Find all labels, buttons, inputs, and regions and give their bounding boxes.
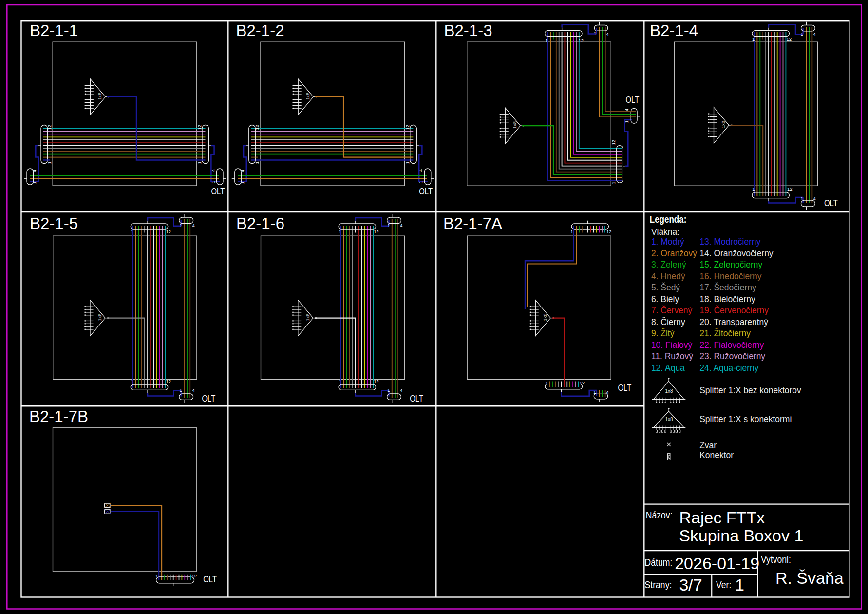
svg-text:4: 4 bbox=[400, 387, 402, 393]
svg-text:22. Fialovočierny: 22. Fialovočierny bbox=[699, 340, 764, 349]
svg-text:3/7: 3/7 bbox=[679, 576, 702, 594]
svg-text:4: 4 bbox=[400, 223, 402, 228]
svg-text:Splitter 1:X bez konektorov: Splitter 1:X bez konektorov bbox=[699, 385, 801, 395]
svg-text:1. Modrý: 1. Modrý bbox=[651, 237, 684, 247]
svg-text:Zvar: Zvar bbox=[699, 440, 717, 450]
svg-text:9. Žltý: 9. Žltý bbox=[651, 328, 675, 338]
svg-text:Vytvoril:: Vytvoril: bbox=[761, 554, 791, 565]
svg-text:2026-01-19: 2026-01-19 bbox=[675, 554, 759, 573]
svg-text:OLT: OLT bbox=[626, 95, 640, 104]
svg-text:1: 1 bbox=[611, 182, 616, 184]
svg-text:19. Červenočierny: 19. Červenočierny bbox=[699, 305, 769, 315]
svg-text:12: 12 bbox=[787, 186, 793, 192]
svg-text:B2-1-7B: B2-1-7B bbox=[29, 407, 88, 425]
svg-text:12: 12 bbox=[405, 125, 410, 130]
svg-text:23. Ružovočierny: 23. Ružovočierny bbox=[699, 351, 765, 361]
svg-text:OLT: OLT bbox=[203, 575, 217, 584]
svg-text:1: 1 bbox=[131, 229, 133, 234]
svg-text:1: 1 bbox=[735, 576, 744, 594]
svg-text:4: 4 bbox=[813, 31, 816, 37]
svg-text:Skupina Boxov 1: Skupina Boxov 1 bbox=[679, 526, 803, 545]
svg-text:4: 4 bbox=[240, 170, 245, 172]
svg-text:1: 1 bbox=[624, 120, 629, 123]
svg-text:12: 12 bbox=[374, 229, 379, 234]
svg-text:B2-1-7A: B2-1-7A bbox=[443, 214, 502, 232]
svg-text:12: 12 bbox=[166, 379, 171, 384]
svg-text:12: 12 bbox=[166, 229, 171, 234]
svg-text:4: 4 bbox=[192, 223, 195, 228]
svg-text:1: 1 bbox=[801, 196, 803, 201]
svg-text:B2-1-4: B2-1-4 bbox=[650, 21, 698, 39]
svg-text:4: 4 bbox=[606, 31, 609, 37]
svg-text:1x8: 1x8 bbox=[665, 417, 674, 422]
svg-text:1: 1 bbox=[405, 161, 410, 164]
svg-text:4: 4 bbox=[813, 196, 816, 201]
svg-text:21. Žltočierny: 21. Žltočierny bbox=[699, 328, 751, 338]
svg-text:12: 12 bbox=[374, 379, 379, 384]
svg-text:1: 1 bbox=[180, 223, 182, 228]
svg-text:1: 1 bbox=[570, 229, 573, 234]
svg-text:1x8: 1x8 bbox=[97, 313, 102, 321]
svg-text:10. Fialový: 10. Fialový bbox=[651, 340, 693, 349]
svg-text:1: 1 bbox=[339, 229, 341, 234]
svg-text:R. Švaňa: R. Švaňa bbox=[775, 569, 844, 587]
svg-text:16. Hnedočierny: 16. Hnedočierny bbox=[699, 271, 761, 281]
svg-text:1x8: 1x8 bbox=[665, 388, 674, 394]
svg-text:20. Transparentný: 20. Transparentný bbox=[699, 317, 768, 326]
svg-text:4: 4 bbox=[624, 109, 629, 111]
svg-text:4: 4 bbox=[32, 170, 37, 172]
svg-text:Rajec FTTx: Rajec FTTx bbox=[679, 508, 765, 527]
svg-text:12: 12 bbox=[47, 125, 52, 130]
svg-text:1: 1 bbox=[752, 37, 755, 42]
svg-text:4: 4 bbox=[606, 389, 609, 395]
svg-text:Splitter 1:X s konektormi: Splitter 1:X s konektormi bbox=[699, 414, 792, 423]
svg-text:1x8: 1x8 bbox=[305, 93, 310, 100]
svg-text:12. Aqua: 12. Aqua bbox=[651, 363, 685, 372]
svg-text:12: 12 bbox=[787, 37, 792, 42]
svg-text:1x8: 1x8 bbox=[305, 313, 310, 321]
svg-text:5. Šedý: 5. Šedý bbox=[651, 282, 680, 292]
svg-text:B2-1-3: B2-1-3 bbox=[444, 21, 492, 39]
svg-text:2. Oranžový: 2. Oranžový bbox=[651, 248, 697, 258]
svg-text:15. Zelenočierny: 15. Zelenočierny bbox=[699, 260, 762, 269]
svg-text:18. Bieločierny: 18. Bieločierny bbox=[699, 294, 755, 304]
svg-text:24. Aqua-čierny: 24. Aqua-čierny bbox=[699, 363, 758, 372]
svg-text:B2-1-2: B2-1-2 bbox=[236, 21, 284, 39]
svg-text:12: 12 bbox=[580, 380, 585, 385]
svg-text:Ver:: Ver: bbox=[716, 579, 731, 590]
svg-text:1: 1 bbox=[197, 161, 202, 164]
svg-text:B2-1-5: B2-1-5 bbox=[30, 214, 78, 232]
svg-text:B2-1-6: B2-1-6 bbox=[236, 214, 284, 232]
svg-text:12: 12 bbox=[611, 140, 616, 145]
svg-text:Strany:: Strany: bbox=[645, 579, 672, 590]
svg-text:4. Hnedý: 4. Hnedý bbox=[651, 271, 685, 281]
svg-text:4: 4 bbox=[192, 387, 195, 393]
svg-text:Názov:: Názov: bbox=[646, 509, 673, 520]
svg-text:17. Šedočierny: 17. Šedočierny bbox=[699, 282, 756, 292]
svg-text:1: 1 bbox=[47, 161, 52, 164]
svg-text:OLT: OLT bbox=[618, 383, 631, 392]
svg-text:Legenda:: Legenda: bbox=[650, 214, 687, 225]
svg-text:OLT: OLT bbox=[419, 187, 433, 196]
svg-text:Dátum:: Dátum: bbox=[645, 557, 673, 568]
svg-text:1: 1 bbox=[752, 186, 755, 192]
svg-text:1: 1 bbox=[387, 387, 390, 393]
svg-text:OLT: OLT bbox=[202, 393, 215, 403]
svg-text:1: 1 bbox=[418, 181, 423, 183]
svg-text:6. Biely: 6. Biely bbox=[651, 294, 679, 304]
svg-text:1x8: 1x8 bbox=[720, 121, 726, 128]
svg-text:12: 12 bbox=[606, 229, 612, 234]
svg-text:14. Oranžovočierny: 14. Oranžovočierny bbox=[699, 248, 773, 258]
svg-text:12: 12 bbox=[197, 125, 202, 130]
svg-text:OLT: OLT bbox=[410, 393, 423, 403]
svg-text:7. Červený: 7. Červený bbox=[651, 305, 693, 315]
svg-text:8. Čierny: 8. Čierny bbox=[651, 316, 685, 326]
svg-text:1: 1 bbox=[545, 38, 547, 43]
svg-text:1: 1 bbox=[180, 387, 182, 393]
svg-text:1: 1 bbox=[801, 31, 803, 37]
svg-text:1: 1 bbox=[240, 181, 245, 184]
svg-text:1: 1 bbox=[131, 379, 133, 384]
svg-text:11. Ružový: 11. Ružový bbox=[651, 351, 693, 361]
svg-text:4: 4 bbox=[418, 169, 423, 172]
svg-text:1: 1 bbox=[210, 181, 216, 183]
